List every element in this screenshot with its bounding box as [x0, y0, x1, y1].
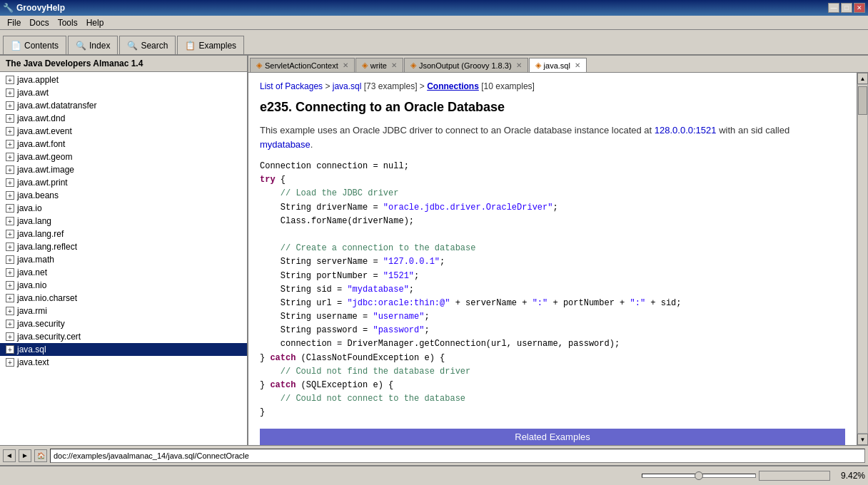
- tree-item-java-applet[interactable]: +java.applet: [0, 73, 247, 86]
- doc-tab-write[interactable]: ◈ write ✕: [355, 58, 403, 72]
- expand-icon-15[interactable]: +: [6, 268, 14, 277]
- tree-item-java-nio-charset[interactable]: +java.nio.charset: [0, 292, 247, 305]
- scroll-track[interactable]: [857, 84, 868, 434]
- expand-icon-18[interactable]: +: [6, 307, 14, 315]
- search-label: Search: [141, 41, 168, 51]
- expand-icon-3[interactable]: +: [6, 114, 14, 123]
- tree-item-java-security[interactable]: +java.security: [0, 317, 247, 330]
- expand-icon-0[interactable]: +: [6, 76, 14, 84]
- panel-title: The Java Developers Almanac 1.4: [0, 56, 247, 72]
- scroll-up-btn[interactable]: ▲: [857, 73, 868, 84]
- zoom-scroll[interactable]: [759, 471, 830, 481]
- ip-highlight: 128.0.0.0:1521: [655, 125, 717, 136]
- expand-icon-19[interactable]: +: [6, 320, 14, 328]
- tab-index[interactable]: 🔍 Index: [68, 36, 118, 54]
- zoom-thumb[interactable]: [695, 471, 703, 480]
- expand-icon-10[interactable]: +: [6, 204, 14, 213]
- content-scrollbar[interactable]: ▲ ▼: [857, 73, 868, 445]
- tree-item-java-awt-event[interactable]: +java.awt.event: [0, 125, 247, 138]
- doc-tab-jsonoutput[interactable]: ◈ JsonOutput (Groovy 1.8.3) ✕: [404, 58, 528, 72]
- forward-button[interactable]: ►: [19, 449, 31, 462]
- tab-contents[interactable]: 📄 Contents: [3, 36, 66, 54]
- main: The Java Developers Almanac 1.4 +java.ap…: [0, 56, 868, 445]
- breadcrumb-connections-count: [10 examples]: [481, 81, 535, 91]
- tree-item-label-11: java.lang: [17, 216, 51, 226]
- expand-icon-2[interactable]: +: [6, 101, 14, 110]
- code-line-17: } catch (SQLException e) {: [260, 379, 845, 392]
- expand-icon-7[interactable]: +: [6, 165, 14, 174]
- tree-item-java-text[interactable]: +java.text: [0, 356, 247, 369]
- tree-item-java-awt-image[interactable]: +java.awt.image: [0, 163, 247, 176]
- tree-item-java-nio[interactable]: +java.nio: [0, 279, 247, 292]
- tab-examples[interactable]: 📋 Examples: [177, 36, 244, 54]
- expand-icon-9[interactable]: +: [6, 191, 14, 200]
- menu-help[interactable]: Help: [82, 16, 108, 29]
- tab-close-0[interactable]: ✕: [343, 61, 348, 69]
- tree-item-java-awt-font[interactable]: +java.awt.font: [0, 138, 247, 150]
- tree-item-java-sql[interactable]: +java.sql: [0, 343, 247, 356]
- expand-icon-5[interactable]: +: [6, 140, 14, 148]
- tree-item-java-beans[interactable]: +java.beans: [0, 189, 247, 202]
- code-line-14: connection = DriverManager.getConnection…: [260, 337, 845, 351]
- tree-item-label-9: java.beans: [17, 190, 59, 200]
- tree-item-java-lang-ref[interactable]: +java.lang.ref: [0, 228, 247, 240]
- tree-item-java-rmi[interactable]: +java.rmi: [0, 305, 247, 317]
- right-panel: ◈ ServletActionContext ✕ ◈ write ✕ ◈ Jso…: [248, 56, 868, 445]
- scroll-thumb[interactable]: [858, 86, 867, 115]
- menu-docs[interactable]: Docs: [25, 16, 53, 29]
- tree-item-java-awt-geom[interactable]: +java.awt.geom: [0, 150, 247, 163]
- expand-icon-22[interactable]: +: [6, 358, 14, 367]
- tree-item-java-awt[interactable]: +java.awt: [0, 86, 247, 99]
- tree-item-java-awt-dnd[interactable]: +java.awt.dnd: [0, 112, 247, 125]
- expand-icon-1[interactable]: +: [6, 88, 14, 97]
- doc-tab-servletactioncontext[interactable]: ◈ ServletActionContext ✕: [250, 58, 355, 72]
- tab-close-2[interactable]: ✕: [516, 61, 522, 69]
- tree-item-java-awt-print[interactable]: +java.awt.print: [0, 176, 247, 189]
- code-line-4: String driverName = "oracle.jdbc.driver.…: [260, 201, 845, 215]
- tab-close-1[interactable]: ✕: [391, 61, 397, 69]
- breadcrumb-packages-link[interactable]: List of Packages: [260, 81, 323, 91]
- tree-item-java-lang-reflect[interactable]: +java.lang.reflect: [0, 240, 247, 253]
- code-line-11: String url = "jdbc:oracle:thin:@" + serv…: [260, 297, 845, 310]
- breadcrumb-javasql-link[interactable]: java.sql: [333, 81, 362, 91]
- expand-icon-20[interactable]: +: [6, 332, 14, 341]
- tree-item-java-awt-datatransfer[interactable]: +java.awt.datatransfer: [0, 99, 247, 112]
- tree-item-java-lang[interactable]: +java.lang: [0, 215, 247, 228]
- expand-icon-14[interactable]: +: [6, 255, 14, 264]
- index-label: Index: [89, 41, 110, 51]
- tree-item-label-12: java.lang.ref: [17, 229, 64, 239]
- code-line-6: [260, 228, 845, 242]
- close-button[interactable]: ✕: [854, 3, 865, 13]
- menu-tools[interactable]: Tools: [54, 16, 82, 29]
- tree-item-java-math[interactable]: +java.math: [0, 253, 247, 266]
- restore-button[interactable]: □: [841, 3, 852, 13]
- back-button[interactable]: ◄: [3, 449, 16, 462]
- tab-close-3[interactable]: ✕: [575, 61, 580, 69]
- home-button[interactable]: 🏠: [34, 449, 47, 462]
- expand-icon-13[interactable]: +: [6, 242, 14, 251]
- scroll-down-btn[interactable]: ▼: [857, 434, 868, 445]
- minimize-button[interactable]: —: [828, 3, 839, 13]
- zoom-track[interactable]: [642, 474, 756, 478]
- expand-icon-21[interactable]: +: [6, 345, 14, 354]
- tree-item-java-io[interactable]: +java.io: [0, 202, 247, 215]
- doc-tab-javasql[interactable]: ◈ java.sql ✕: [529, 58, 587, 72]
- tree-item-label-10: java.io: [17, 203, 42, 213]
- tab-search[interactable]: 🔍 Search: [119, 36, 176, 54]
- content-area[interactable]: List of Packages > java.sql [73 examples…: [248, 73, 857, 445]
- content-row: List of Packages > java.sql [73 examples…: [248, 73, 868, 445]
- tree-item-java-security-cert[interactable]: +java.security.cert: [0, 330, 247, 343]
- expand-icon-6[interactable]: +: [6, 153, 14, 161]
- code-line-3: // Load the JDBC driver: [260, 187, 845, 200]
- expand-icon-11[interactable]: +: [6, 217, 14, 225]
- expand-icon-4[interactable]: +: [6, 127, 14, 136]
- expand-icon-16[interactable]: +: [6, 281, 14, 290]
- tree-container[interactable]: +java.applet+java.awt+java.awt.datatrans…: [0, 72, 247, 445]
- expand-icon-8[interactable]: +: [6, 178, 14, 187]
- examples-label: Examples: [198, 41, 236, 51]
- menu-file[interactable]: File: [3, 16, 25, 29]
- url-bar[interactable]: doc://examples/javaalmanac_14/java.sql/C…: [50, 449, 865, 463]
- expand-icon-17[interactable]: +: [6, 294, 14, 302]
- tree-item-java-net[interactable]: +java.net: [0, 266, 247, 279]
- expand-icon-12[interactable]: +: [6, 230, 14, 238]
